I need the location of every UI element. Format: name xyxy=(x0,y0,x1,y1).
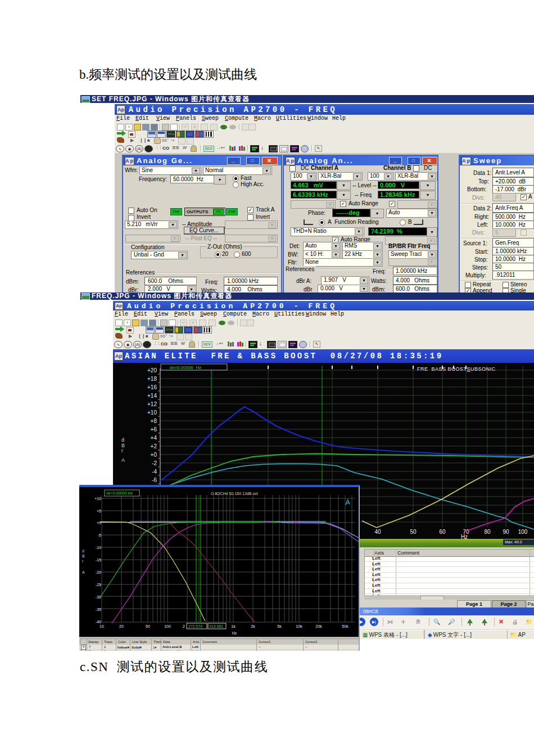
svg-text:+5: +5 xyxy=(97,509,101,513)
svg-text:d: d xyxy=(82,549,84,553)
svg-text:-2: -2 xyxy=(152,460,157,466)
svg-text:-6: -6 xyxy=(152,477,157,483)
svg-text:313.951: 313.951 xyxy=(209,624,223,628)
svg-text:+10: +10 xyxy=(94,497,101,501)
svg-text:+16: +16 xyxy=(147,384,157,390)
svg-text:90: 90 xyxy=(503,529,509,535)
svg-text:+12: +12 xyxy=(147,401,157,407)
svg-text:+2: +2 xyxy=(151,443,157,449)
svg-text:5k: 5k xyxy=(277,624,282,628)
svg-text:O-B2CH4 50-150 12dB oct: O-B2CH4 50-150 12dB oct xyxy=(211,492,258,496)
svg-text:+6: +6 xyxy=(151,426,157,433)
svg-text:-35: -35 xyxy=(96,608,101,611)
svg-text:dx=0.00000 Hz: dx=0.00000 Hz xyxy=(106,491,133,495)
svg-text:d: d xyxy=(121,437,124,443)
svg-text:20: 20 xyxy=(119,624,124,628)
svg-text:-5: -5 xyxy=(98,533,101,537)
svg-text:80: 80 xyxy=(484,529,491,535)
svg-text:Hz: Hz xyxy=(461,534,468,539)
svg-text:20k: 20k xyxy=(315,624,322,628)
svg-text:2k: 2k xyxy=(251,624,255,628)
svg-text:-25: -25 xyxy=(96,583,101,587)
svg-text:r: r xyxy=(82,559,84,563)
svg-text:10k: 10k xyxy=(296,624,302,628)
svg-text:Hz: Hz xyxy=(232,631,237,635)
svg-text:50: 50 xyxy=(146,624,150,628)
svg-text:1k: 1k xyxy=(231,624,236,628)
svg-text:+0: +0 xyxy=(151,452,157,458)
svg-text:272.574: 272.574 xyxy=(188,624,202,628)
svg-text:-4: -4 xyxy=(152,469,157,475)
svg-text:+4: +4 xyxy=(151,435,157,441)
svg-text:+10: +10 xyxy=(147,410,157,416)
svg-text:+18: +18 xyxy=(147,376,157,382)
svg-text:50: 50 xyxy=(410,529,417,535)
svg-text:-10: -10 xyxy=(96,546,101,550)
svg-text:60: 60 xyxy=(439,529,446,535)
svg-text:A: A xyxy=(344,497,351,507)
svg-text:+20: +20 xyxy=(147,367,157,374)
svg-text:B: B xyxy=(82,554,85,558)
svg-text:A: A xyxy=(121,457,125,463)
svg-text:100: 100 xyxy=(518,529,528,535)
svg-text:-20: -20 xyxy=(96,570,101,574)
svg-text:50k: 50k xyxy=(342,624,349,628)
svg-text:r: r xyxy=(121,448,123,453)
svg-text:-40: -40 xyxy=(96,620,101,624)
svg-text:-15: -15 xyxy=(96,558,101,562)
svg-text:+14: +14 xyxy=(147,393,157,399)
svg-text:10: 10 xyxy=(99,624,104,628)
svg-text:100: 100 xyxy=(164,624,171,628)
svg-text:A: A xyxy=(82,570,85,574)
svg-text:+8: +8 xyxy=(151,418,157,424)
svg-text:FRE BASS BOOSTSUBSONIC: FRE BASS BOOSTSUBSONIC xyxy=(417,366,496,372)
svg-text:dx=0.00000 Hz: dx=0.00000 Hz xyxy=(170,365,201,370)
svg-text:40: 40 xyxy=(374,529,381,535)
svg-text:2: 2 xyxy=(183,624,185,628)
